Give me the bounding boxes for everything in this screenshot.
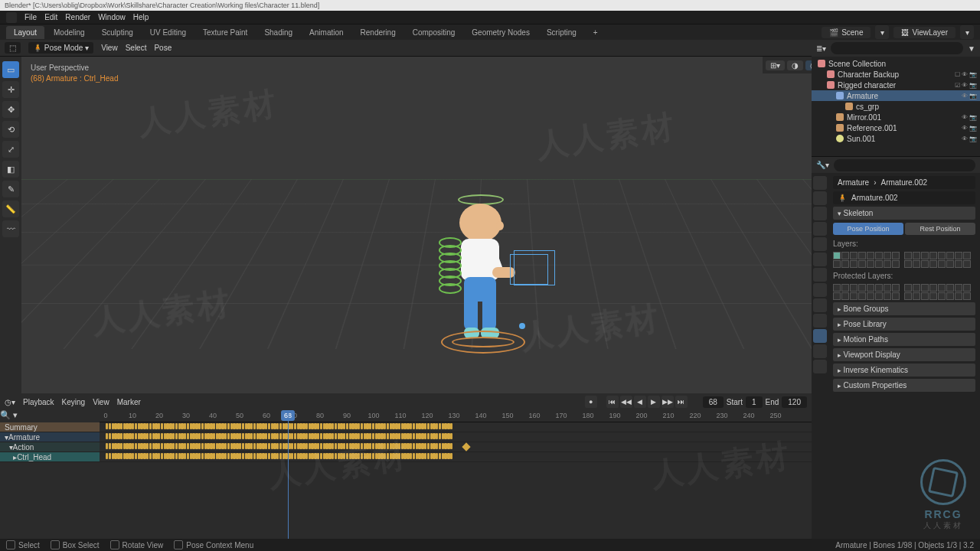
tl-keying[interactable]: Keying bbox=[62, 398, 86, 406]
keyframe-row-bone[interactable] bbox=[100, 452, 812, 462]
prop-tab-viewlayer-icon[interactable] bbox=[813, 207, 827, 220]
ol-character-backup[interactable]: Character Backup☐ 👁 📷 bbox=[812, 69, 980, 80]
skeleton-section[interactable]: Skeleton bbox=[833, 207, 975, 220]
tool-transform-icon[interactable]: ◧ bbox=[2, 161, 19, 178]
tab-scripting[interactable]: Scripting bbox=[539, 26, 584, 39]
keyframe-row-armature[interactable] bbox=[100, 432, 812, 442]
menu-render[interactable]: Render bbox=[65, 13, 90, 21]
jump-start-icon[interactable]: ⏮ bbox=[606, 396, 619, 408]
prop-tab-object-icon[interactable] bbox=[813, 253, 827, 266]
tab-texture[interactable]: Texture Paint bbox=[195, 26, 255, 39]
tool-scale-icon[interactable]: ⤢ bbox=[2, 141, 19, 158]
track-armature[interactable]: ▾ Armature bbox=[0, 432, 100, 442]
tab-shading[interactable]: Shading bbox=[256, 26, 300, 39]
tab-add[interactable]: + bbox=[586, 26, 606, 39]
viewport-display-section[interactable]: Viewport Display bbox=[833, 348, 975, 361]
tool-annotate-icon[interactable]: ✎ bbox=[2, 181, 19, 197]
armature-layers[interactable] bbox=[833, 252, 975, 268]
custom-properties-section[interactable]: Custom Properties bbox=[833, 379, 975, 392]
rest-position-button[interactable]: Rest Position bbox=[905, 223, 975, 235]
editor-type-icon[interactable]: ⬚ bbox=[5, 42, 21, 54]
track-area[interactable]: 0102030405060708090100110120130140150160… bbox=[100, 410, 812, 539]
end-frame-input[interactable]: 120 bbox=[782, 396, 807, 408]
jump-end-icon[interactable]: ⏭ bbox=[675, 396, 688, 408]
menu-file[interactable]: File bbox=[24, 13, 37, 21]
inverse-kinematics-section[interactable]: Inverse Kinematics bbox=[833, 364, 975, 377]
tool-extra-icon[interactable]: 〰 bbox=[2, 220, 19, 237]
tool-move-icon[interactable]: ✥ bbox=[2, 101, 19, 118]
next-key-icon[interactable]: ▶▶ bbox=[662, 396, 674, 408]
timeline-ruler[interactable]: 0102030405060708090100110120130140150160… bbox=[100, 410, 812, 422]
tab-modeling[interactable]: Modeling bbox=[46, 26, 93, 39]
bone-groups-section[interactable]: Bone Groups bbox=[833, 302, 975, 315]
prop-tab-world-icon[interactable] bbox=[813, 237, 827, 251]
play-reverse-icon[interactable]: ◀ bbox=[634, 396, 646, 408]
vh-view[interactable]: View bbox=[101, 44, 118, 52]
tab-sculpting[interactable]: Sculpting bbox=[94, 26, 141, 39]
ol-armature[interactable]: Armature👁 📷 bbox=[812, 90, 980, 101]
prop-tab-physics-icon[interactable] bbox=[813, 298, 827, 312]
prop-tab-material-icon[interactable] bbox=[813, 360, 827, 373]
hand-control-widget[interactable] bbox=[510, 254, 548, 285]
viewlayer-selector[interactable]: 🖼 ViewLayer bbox=[893, 27, 956, 38]
prop-tab-constraint-icon[interactable] bbox=[813, 314, 827, 328]
scene-selector[interactable]: 🎬 Scene bbox=[822, 27, 871, 38]
tl-playback[interactable]: Playback bbox=[23, 398, 54, 406]
overlays-icon[interactable]: ⊞▾ bbox=[766, 60, 785, 70]
outliner-type-icon[interactable]: ≣▾ bbox=[816, 44, 826, 53]
ol-reference[interactable]: Reference.001👁 📷 bbox=[812, 122, 980, 133]
scene-new-icon[interactable]: ▾ bbox=[875, 25, 889, 39]
pose-library-section[interactable]: Pose Library bbox=[833, 318, 975, 331]
vh-select[interactable]: Select bbox=[126, 44, 147, 52]
outliner-filter-icon[interactable]: ▼ bbox=[968, 44, 975, 53]
ol-rigged-character[interactable]: Rigged character☑ 👁 📷 bbox=[812, 80, 980, 90]
tab-compositing[interactable]: Compositing bbox=[405, 26, 463, 39]
menu-edit[interactable]: Edit bbox=[44, 13, 57, 21]
start-frame-input[interactable]: 1 bbox=[746, 396, 763, 408]
tool-rotate-icon[interactable]: ⟲ bbox=[2, 121, 19, 138]
tool-select-icon[interactable]: ▭ bbox=[2, 61, 19, 78]
properties-search-input[interactable] bbox=[834, 159, 975, 171]
properties-breadcrumb[interactable]: Armature › Armature.002 bbox=[833, 176, 975, 189]
menu-window[interactable]: Window bbox=[98, 13, 126, 21]
tool-measure-icon[interactable]: 📏 bbox=[2, 201, 19, 217]
spine-control-widget[interactable] bbox=[439, 240, 462, 324]
timeline-type-icon[interactable]: ◷▾ bbox=[5, 398, 15, 406]
playhead[interactable] bbox=[288, 410, 289, 539]
track-bone[interactable]: ▸ Ctrl_Head bbox=[0, 452, 100, 462]
menu-help[interactable]: Help bbox=[133, 13, 149, 21]
mode-selector[interactable]: 🧍 Pose Mode ▾ bbox=[28, 42, 93, 54]
foot-ik-widget[interactable] bbox=[519, 323, 525, 329]
protected-layers[interactable] bbox=[833, 284, 975, 300]
track-action[interactable]: ▾ Action bbox=[0, 442, 100, 452]
keyframe-row-action[interactable] bbox=[100, 442, 812, 452]
track-label-filter[interactable]: 🔍 ▾ bbox=[0, 410, 100, 422]
autokey-icon[interactable]: ● bbox=[585, 396, 597, 408]
prop-tab-scene-icon[interactable] bbox=[813, 222, 827, 236]
tab-layout[interactable]: Layout bbox=[6, 26, 44, 39]
outliner-search-input[interactable] bbox=[831, 42, 963, 54]
prop-tab-armature-icon[interactable] bbox=[813, 329, 827, 343]
tool-cursor-icon[interactable]: ✛ bbox=[2, 81, 19, 98]
play-icon[interactable]: ▶ bbox=[648, 396, 660, 408]
vh-pose[interactable]: Pose bbox=[154, 44, 172, 52]
tab-uv[interactable]: UV Editing bbox=[142, 26, 194, 39]
tl-view[interactable]: View bbox=[93, 398, 109, 406]
tab-geonodes[interactable]: Geometry Nodes bbox=[464, 26, 537, 39]
viewlayer-new-icon[interactable]: ▾ bbox=[960, 25, 974, 39]
motion-paths-section[interactable]: Motion Paths bbox=[833, 333, 975, 346]
prop-tab-output-icon[interactable] bbox=[813, 191, 827, 205]
track-summary[interactable]: Summary bbox=[0, 422, 100, 432]
tab-rendering[interactable]: Rendering bbox=[353, 26, 403, 39]
pose-position-button[interactable]: Pose Position bbox=[833, 223, 903, 235]
armature-name-input[interactable]: 🧍 Armature.002 bbox=[833, 191, 975, 204]
props-type-icon[interactable]: 🔧▾ bbox=[816, 161, 829, 169]
ol-sun[interactable]: Sun.001👁 📷 bbox=[812, 133, 980, 144]
keyframe-row-summary[interactable] bbox=[100, 422, 812, 432]
single-keyframe[interactable] bbox=[462, 442, 470, 451]
tab-animation[interactable]: Animation bbox=[302, 26, 351, 39]
ol-mirror[interactable]: Mirror.001👁 📷 bbox=[812, 112, 980, 122]
prop-tab-modifier-icon[interactable] bbox=[813, 268, 827, 282]
prop-tab-bone-icon[interactable] bbox=[813, 344, 827, 358]
prev-key-icon[interactable]: ◀◀ bbox=[620, 396, 632, 408]
